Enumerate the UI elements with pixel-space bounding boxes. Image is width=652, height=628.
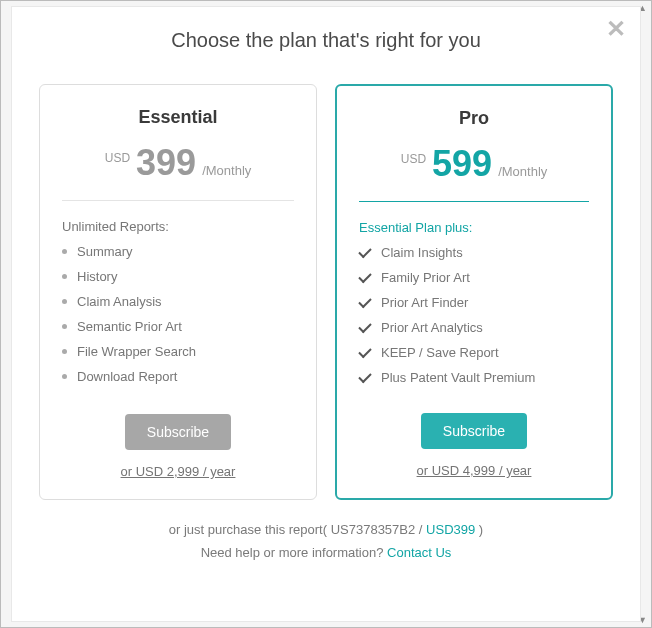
price-value: 599	[432, 143, 492, 185]
subscribe-button[interactable]: Subscribe	[125, 414, 231, 450]
feature-item: Claim Insights	[359, 245, 589, 260]
purchase-line: or just purchase this report( US7378357B…	[32, 522, 620, 537]
modal-container: ▲ ▼ ✕ Choose the plan that's right for y…	[0, 0, 652, 628]
plan-name: Pro	[359, 108, 589, 129]
button-row: Subscribe	[62, 396, 294, 450]
feature-label: History	[77, 269, 117, 284]
subscribe-button[interactable]: Subscribe	[421, 413, 527, 449]
bullet-icon	[62, 249, 67, 254]
period-label: /Monthly	[498, 164, 547, 179]
contact-us-link[interactable]: Contact Us	[387, 545, 451, 560]
check-icon	[358, 369, 371, 382]
feature-label: File Wrapper Search	[77, 344, 196, 359]
check-icon	[358, 244, 371, 257]
features-title: Unlimited Reports:	[62, 219, 294, 234]
feature-item: Claim Analysis	[62, 294, 294, 309]
currency-label: USD	[105, 151, 130, 165]
plan-pro: Pro USD 599 /Monthly Essential Plan plus…	[335, 84, 613, 500]
feature-item: Family Prior Art	[359, 270, 589, 285]
feature-item: KEEP / Save Report	[359, 345, 589, 360]
divider	[62, 200, 294, 201]
feature-label: Claim Insights	[381, 245, 463, 260]
feature-label: Semantic Prior Art	[77, 319, 182, 334]
bullet-icon	[62, 374, 67, 379]
yearly-link[interactable]: or USD 2,999 / year	[62, 464, 294, 479]
features-list: Summary History Claim Analysis Semantic …	[62, 244, 294, 394]
price-value: 399	[136, 142, 196, 184]
plan-name: Essential	[62, 107, 294, 128]
check-icon	[358, 344, 371, 357]
bullet-icon	[62, 299, 67, 304]
features-title: Essential Plan plus:	[359, 220, 589, 235]
footer: or just purchase this report( US7378357B…	[32, 522, 620, 560]
pricing-modal: ✕ Choose the plan that's right for you E…	[11, 6, 641, 622]
purchase-prefix: or just purchase this report( US7378357B…	[169, 522, 426, 537]
feature-label: Summary	[77, 244, 133, 259]
close-icon[interactable]: ✕	[606, 17, 626, 41]
feature-label: Plus Patent Vault Premium	[381, 370, 535, 385]
feature-label: Prior Art Analytics	[381, 320, 483, 335]
bullet-icon	[62, 324, 67, 329]
bullet-icon	[62, 274, 67, 279]
feature-item: Summary	[62, 244, 294, 259]
feature-label: Prior Art Finder	[381, 295, 468, 310]
currency-label: USD	[401, 152, 426, 166]
plan-essential: Essential USD 399 /Monthly Unlimited Rep…	[39, 84, 317, 500]
feature-item: History	[62, 269, 294, 284]
feature-item: Prior Art Analytics	[359, 320, 589, 335]
modal-title: Choose the plan that's right for you	[32, 29, 620, 52]
help-line: Need help or more information? Contact U…	[32, 545, 620, 560]
price-row: USD 399 /Monthly	[62, 142, 294, 184]
help-prefix: Need help or more information?	[201, 545, 387, 560]
features-list: Claim Insights Family Prior Art Prior Ar…	[359, 245, 589, 395]
divider	[359, 201, 589, 202]
check-icon	[358, 319, 371, 332]
feature-label: Claim Analysis	[77, 294, 162, 309]
button-row: Subscribe	[359, 395, 589, 449]
feature-label: KEEP / Save Report	[381, 345, 499, 360]
plans-row: Essential USD 399 /Monthly Unlimited Rep…	[32, 84, 620, 500]
feature-label: Download Report	[77, 369, 177, 384]
purchase-price-link[interactable]: USD399	[426, 522, 475, 537]
bullet-icon	[62, 349, 67, 354]
check-icon	[358, 269, 371, 282]
feature-label: Family Prior Art	[381, 270, 470, 285]
purchase-suffix: )	[475, 522, 483, 537]
feature-item: Download Report	[62, 369, 294, 384]
check-icon	[358, 294, 371, 307]
price-row: USD 599 /Monthly	[359, 143, 589, 185]
period-label: /Monthly	[202, 163, 251, 178]
yearly-link[interactable]: or USD 4,999 / year	[359, 463, 589, 478]
feature-item: Semantic Prior Art	[62, 319, 294, 334]
feature-item: Plus Patent Vault Premium	[359, 370, 589, 385]
feature-item: File Wrapper Search	[62, 344, 294, 359]
feature-item: Prior Art Finder	[359, 295, 589, 310]
